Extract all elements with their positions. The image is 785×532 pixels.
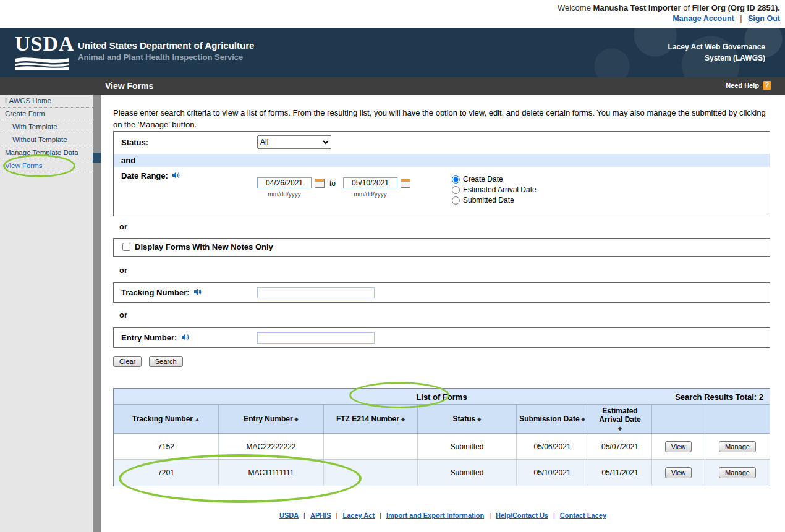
question-help-icon[interactable]: ? (763, 81, 771, 90)
manage-button[interactable]: Manage (719, 467, 756, 478)
manage-button[interactable]: Manage (719, 441, 756, 452)
welcome-bar: Welcome Manusha Test Importer of Filer O… (0, 0, 785, 28)
sign-out-link[interactable]: Sign Out (748, 14, 780, 23)
column-label: Entry Number (244, 415, 292, 423)
welcome-org-name: Filer Org (Org ID 2851). (692, 3, 780, 12)
column-header-estimated-arrival-date[interactable]: Estimated Arrival Date ◆ (588, 405, 652, 433)
column-label: Submission Date (519, 415, 579, 423)
status-label: Status: (121, 138, 148, 147)
footer-link-lacey-act[interactable]: Lacey Act (342, 512, 375, 519)
search-criteria-box: Status: All and Date Range: to mm/dd/yyy… (113, 131, 770, 216)
date-format-hint: mm/dd/yyyy (257, 191, 312, 198)
instructions-text: Please enter search criteria to view a l… (113, 108, 770, 131)
column-header-submission-date[interactable]: Submission Date ◆ (517, 405, 588, 433)
footer-separator: | (336, 512, 338, 519)
agency-name: Animal and Plant Health Inspection Servi… (78, 53, 254, 62)
notes-filter-box: Display Forms With New Notes Only (113, 238, 770, 257)
view-button[interactable]: View (665, 467, 692, 478)
tracking-number-input[interactable] (257, 287, 375, 298)
estimated-arrival-date-radio[interactable] (452, 186, 460, 194)
date-range-label-group: Date Range: (121, 171, 180, 180)
audio-help-icon[interactable] (193, 288, 202, 296)
sidebar-item-lawgs-home[interactable]: LAWGS Home (0, 95, 93, 108)
manage-account-link[interactable]: Manage Account (673, 14, 734, 23)
radio-create-date[interactable]: Create Date (452, 175, 537, 184)
sidebar-item-with-template[interactable]: With Template (0, 120, 93, 133)
new-notes-checkbox[interactable] (122, 243, 130, 251)
create-date-radio[interactable] (452, 175, 460, 184)
column-label: Tracking Number (132, 415, 193, 423)
or-label: or (119, 310, 127, 319)
form-actions: Clear Search (113, 355, 187, 367)
submitted-date-radio[interactable] (452, 196, 460, 205)
radio-submitted-date[interactable]: Submitted Date (452, 196, 537, 205)
sort-both-icon: ◆ (477, 416, 481, 422)
footer-separator: | (553, 512, 555, 519)
welcome-of: of (683, 3, 690, 12)
link-separator: | (740, 14, 742, 23)
tracking-number-cell: 7152 (114, 434, 219, 459)
table-header-row: Tracking Number ▲ Entry Number ◆ FTZ E21… (114, 405, 770, 434)
system-name-line2: System (LAWGS) (668, 53, 765, 64)
footer-separator: | (489, 512, 491, 519)
audio-help-icon[interactable] (181, 333, 189, 341)
column-header-ftz-e214-number[interactable]: FTZ E214 Number ◆ (324, 405, 418, 433)
sidebar-item-view-forms[interactable]: View Forms (0, 159, 93, 172)
status-select[interactable]: All (257, 135, 331, 149)
submission-date-cell: 05/10/2021 (517, 460, 588, 486)
footer-link-usda[interactable]: USDA (279, 512, 299, 519)
manage-cell: Manage (705, 434, 770, 459)
view-cell: View (652, 434, 705, 459)
entry-number-box: Entry Number: (113, 327, 770, 348)
search-button[interactable]: Search (149, 356, 183, 367)
entry-number-label: Entry Number: (121, 333, 177, 342)
radio-estimated-arrival-date[interactable]: Estimated Arrival Date (452, 185, 537, 194)
sort-asc-icon: ▲ (195, 416, 200, 422)
sidebar-item-without-template[interactable]: Without Template (0, 133, 93, 146)
calendar-icon[interactable] (315, 179, 325, 188)
sidebar-item-create-form[interactable]: Create Form (0, 108, 93, 120)
date-to-input[interactable] (343, 177, 397, 188)
column-label: Status (453, 415, 476, 423)
status-cell: Submitted (418, 460, 517, 486)
department-title: United States Department of Agriculture … (78, 40, 254, 62)
entry-number-input[interactable] (257, 332, 375, 344)
to-label: to (329, 179, 336, 188)
or-label: or (119, 266, 127, 275)
calendar-icon[interactable] (401, 179, 410, 188)
column-header-status[interactable]: Status ◆ (418, 405, 517, 433)
new-notes-checkbox-row[interactable]: Display Forms With New Notes Only (122, 242, 273, 251)
sort-both-icon: ◆ (401, 416, 405, 422)
estimated-arrival-date-cell: 05/11/2021 (588, 460, 652, 486)
view-button[interactable]: View (665, 441, 692, 452)
submission-date-cell: 05/06/2021 (517, 434, 588, 459)
footer-link-import-export[interactable]: Import and Export Information (386, 512, 484, 519)
entry-number-cell: MAC22222222 (219, 434, 324, 459)
footer-link-contact-lacey[interactable]: Contact Lacey (560, 512, 606, 519)
radio-label: Submitted Date (463, 196, 514, 205)
and-label: and (121, 156, 135, 165)
column-header-tracking-number[interactable]: Tracking Number ▲ (114, 405, 219, 433)
radio-label: Estimated Arrival Date (463, 185, 537, 194)
footer-link-help-contact[interactable]: Help/Contact Us (496, 512, 548, 519)
sidebar-divider-handle[interactable] (93, 153, 101, 163)
sort-both-icon: ◆ (295, 416, 299, 422)
footer-link-aphis[interactable]: APHIS (310, 512, 331, 519)
ftz-e214-number-cell (324, 434, 418, 459)
radio-label: Create Date (463, 175, 503, 184)
column-header-entry-number[interactable]: Entry Number ◆ (219, 405, 324, 433)
date-from-input[interactable] (257, 177, 312, 188)
table-row: 7152 MAC22222222 Submitted 05/06/2021 05… (114, 434, 770, 460)
welcome-prefix: Welcome (558, 3, 591, 12)
audio-help-icon[interactable] (172, 171, 180, 179)
tracking-number-cell: 7201 (114, 460, 219, 486)
column-header-view (652, 405, 705, 433)
system-name: Lacey Act Web Governance System (LAWGS) (668, 41, 765, 64)
new-notes-label: Display Forms With New Notes Only (135, 242, 273, 251)
search-results-total: Search Results Total: 2 (675, 392, 763, 402)
sidebar-item-manage-template-data[interactable]: Manage Template Data (0, 146, 93, 159)
welcome-message: Welcome Manusha Test Importer of Filer O… (0, 3, 780, 12)
page-title: View Forms (105, 81, 153, 91)
clear-button[interactable]: Clear (113, 356, 142, 367)
usda-logo: USDA (15, 33, 69, 72)
